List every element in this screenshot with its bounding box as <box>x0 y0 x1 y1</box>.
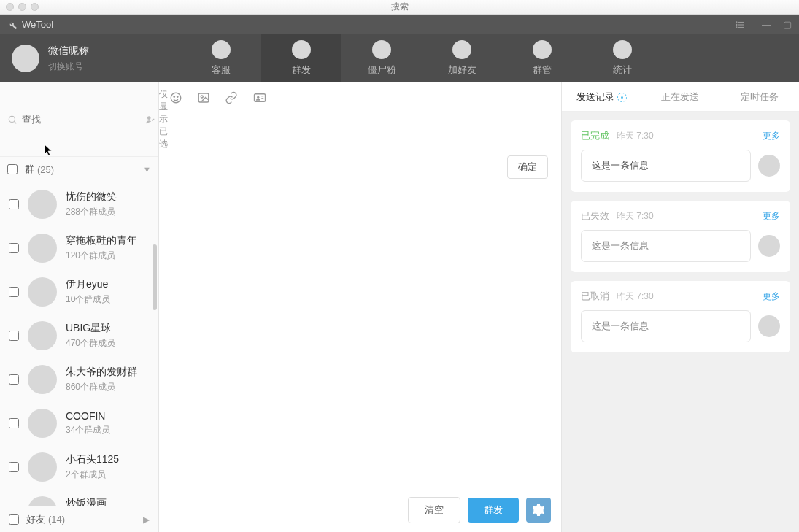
group-avatar <box>28 321 57 350</box>
image-icon[interactable] <box>197 91 210 104</box>
group-avatar <box>28 365 57 394</box>
svg-point-8 <box>147 116 151 120</box>
nav-icon-broadcast <box>292 40 311 59</box>
composer-panel: 确定 清空 群发 <box>159 82 562 532</box>
group-section-header[interactable]: 群 (25) ▼ <box>0 157 158 182</box>
group-select-all-checkbox[interactable] <box>7 164 18 174</box>
confirm-button[interactable]: 确定 <box>507 155 548 179</box>
list-item[interactable]: 小石头11252个群成员 <box>0 445 158 489</box>
list-item[interactable]: UBIG星球470个群成员 <box>0 314 158 358</box>
send-broadcast-button[interactable]: 群发 <box>468 498 519 523</box>
svg-line-7 <box>15 121 17 123</box>
scrollbar-thumb[interactable] <box>153 244 157 310</box>
group-name: 穿拖板鞋的青年 <box>66 234 137 247</box>
svg-point-10 <box>174 96 175 98</box>
profile-avatar[interactable] <box>12 45 39 72</box>
list-icon[interactable] <box>734 20 746 30</box>
list-item-checkbox[interactable] <box>9 243 19 253</box>
nav-tab-addfriend[interactable]: 加好友 <box>422 34 502 82</box>
group-avatar <box>28 409 57 438</box>
emoji-icon[interactable] <box>169 91 182 104</box>
group-list[interactable]: 忧伤的微笑288个群成员穿拖板鞋的青年120个群成员伊月eyue10个群成员UB… <box>0 182 158 506</box>
close-window-dot[interactable] <box>6 3 14 11</box>
tab-sending-now[interactable]: 正在发送 <box>641 90 719 104</box>
maximize-window-dot[interactable] <box>31 3 39 11</box>
message-bubble: 这是一条信息 <box>581 310 751 342</box>
group-section-label: 群 <box>25 163 34 176</box>
history-panel: 发送记录 正在发送 定时任务 已完成昨天 7:30更多这是一条信息已失效昨天 7… <box>562 82 799 532</box>
maximize-button[interactable]: ▢ <box>783 19 792 30</box>
window-title: 搜索 <box>391 1 409 13</box>
recipient-avatar <box>758 155 780 177</box>
list-item-checkbox[interactable] <box>9 374 19 385</box>
svg-point-3 <box>736 21 737 22</box>
app-header: WeTool — ▢ <box>0 15 799 34</box>
recipient-avatar <box>758 235 780 257</box>
wrench-icon <box>7 20 18 30</box>
list-item[interactable]: 炒饭漫画44个群成员 <box>0 489 158 506</box>
message-bubble: 这是一条信息 <box>581 230 751 262</box>
search-input[interactable] <box>22 114 144 125</box>
list-item[interactable]: 忧伤的微笑288个群成员 <box>0 182 158 226</box>
friends-section-label: 好友 <box>26 513 45 526</box>
more-link[interactable]: 更多 <box>763 130 780 142</box>
profile-area: 微信昵称 切换账号 <box>0 34 159 82</box>
history-card: 已完成昨天 7:30更多这是一条信息 <box>571 120 790 192</box>
more-link[interactable]: 更多 <box>763 210 780 223</box>
nav-tab-broadcast[interactable]: 群发 <box>261 34 341 82</box>
composer-toolbar <box>159 82 561 113</box>
group-avatar <box>28 496 57 506</box>
contact-card-icon[interactable] <box>252 91 267 104</box>
friends-select-all-checkbox[interactable] <box>9 514 19 525</box>
group-member-count: 34个群成员 <box>66 424 110 436</box>
svg-point-4 <box>736 24 737 25</box>
clear-button[interactable]: 清空 <box>408 497 460 523</box>
link-icon[interactable] <box>225 91 238 104</box>
minimize-window-dot[interactable] <box>18 3 26 11</box>
group-avatar <box>28 277 57 307</box>
group-avatar <box>28 234 57 263</box>
top-band: 微信昵称 切换账号 客服 群发 僵尸粉 加好友 群管 统计 <box>0 34 799 82</box>
group-name: 伊月eyue <box>66 278 110 291</box>
nav-tab-support[interactable]: 客服 <box>181 34 261 82</box>
list-item[interactable]: 穿拖板鞋的青年120个群成员 <box>0 226 158 270</box>
tab-scheduled[interactable]: 定时任务 <box>720 90 799 104</box>
card-time: 昨天 7:30 <box>617 290 654 303</box>
list-item-checkbox[interactable] <box>9 199 19 209</box>
group-avatar <box>28 452 57 482</box>
minimize-button[interactable]: — <box>762 19 771 30</box>
group-name: 炒饭漫画 <box>66 497 110 506</box>
list-item-checkbox[interactable] <box>9 462 19 472</box>
sidebar: 仅显示已选 群 (25) ▼ 忧伤的微笑288个群成员穿拖板鞋的青年120个群成… <box>0 82 159 532</box>
recipient-avatar <box>758 315 780 337</box>
list-item[interactable]: 朱大爷的发财群860个群成员 <box>0 358 158 401</box>
nav-tabs: 客服 群发 僵尸粉 加好友 群管 统计 <box>159 34 799 82</box>
nav-tab-groupmgmt[interactable]: 群管 <box>502 34 582 82</box>
nav-tab-zombie[interactable]: 僵尸粉 <box>341 34 422 82</box>
settings-button[interactable] <box>526 498 551 523</box>
svg-point-15 <box>257 96 259 99</box>
friends-section-header[interactable]: 好友 (14) ▶ <box>0 506 158 532</box>
list-item-checkbox[interactable] <box>9 418 19 428</box>
nav-tab-stats[interactable]: 统计 <box>582 34 663 82</box>
group-name: 朱大爷的发财群 <box>66 366 137 379</box>
group-name: UBIG星球 <box>66 322 115 335</box>
more-link[interactable]: 更多 <box>763 290 780 303</box>
gear-icon <box>532 504 545 517</box>
friends-section-count: (14) <box>48 514 65 525</box>
card-status: 已完成 <box>581 129 609 142</box>
chevron-right-icon: ▶ <box>143 514 150 525</box>
card-time: 昨天 7:30 <box>617 130 654 142</box>
list-item-checkbox[interactable] <box>9 287 19 297</box>
composer-footer: 清空 群发 <box>159 488 561 532</box>
list-item-checkbox[interactable] <box>9 331 19 341</box>
group-member-count: 10个群成员 <box>66 293 110 306</box>
tab-send-history[interactable]: 发送记录 <box>562 90 641 104</box>
group-section-count: (25) <box>37 164 54 175</box>
switch-account-link[interactable]: 切换账号 <box>48 61 89 73</box>
group-member-count: 470个群成员 <box>66 337 115 350</box>
sync-icon <box>617 93 627 102</box>
list-item[interactable]: COOFIN34个群成员 <box>0 401 158 445</box>
chevron-down-icon: ▼ <box>143 165 151 174</box>
list-item[interactable]: 伊月eyue10个群成员 <box>0 270 158 314</box>
